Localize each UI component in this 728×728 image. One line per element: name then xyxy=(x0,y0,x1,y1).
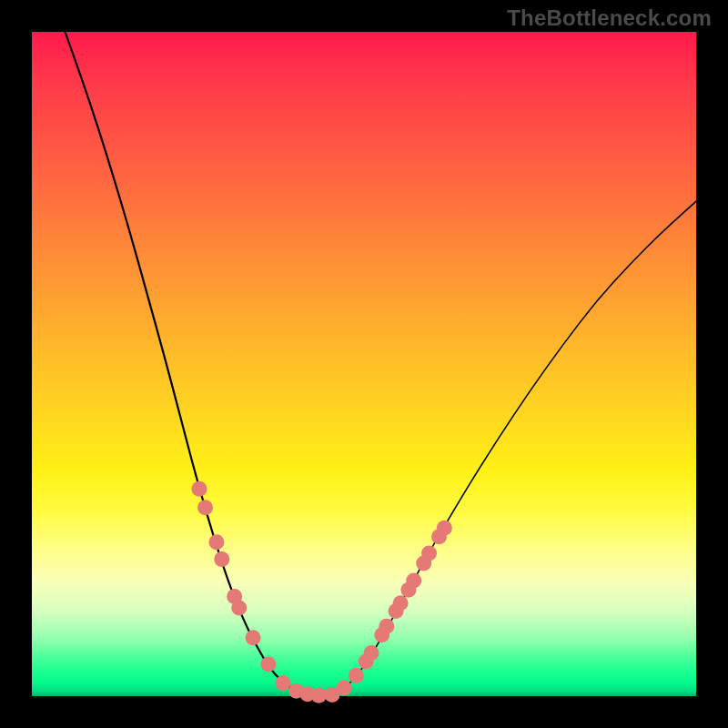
data-marker xyxy=(260,656,276,672)
data-marker xyxy=(214,551,229,567)
data-marker xyxy=(246,630,261,645)
right-branch-curve xyxy=(324,201,696,696)
data-marker xyxy=(231,600,247,615)
data-marker xyxy=(437,521,452,536)
data-marker xyxy=(275,675,290,691)
data-marker xyxy=(208,534,224,550)
chart-frame: TheBottleneck.com xyxy=(0,0,728,728)
curve-layer xyxy=(32,32,696,696)
data-marker xyxy=(191,481,207,497)
data-marker xyxy=(337,681,352,696)
marker-cluster xyxy=(191,481,451,703)
data-marker xyxy=(421,546,437,561)
data-marker xyxy=(406,572,421,588)
plot-area xyxy=(32,32,696,696)
data-marker xyxy=(197,500,213,515)
data-marker xyxy=(364,645,379,661)
data-marker xyxy=(311,688,327,703)
watermark-text: TheBottleneck.com xyxy=(507,5,712,31)
data-marker xyxy=(379,619,394,634)
data-marker xyxy=(349,668,364,683)
left-branch-curve xyxy=(66,32,325,696)
data-marker xyxy=(393,595,409,611)
